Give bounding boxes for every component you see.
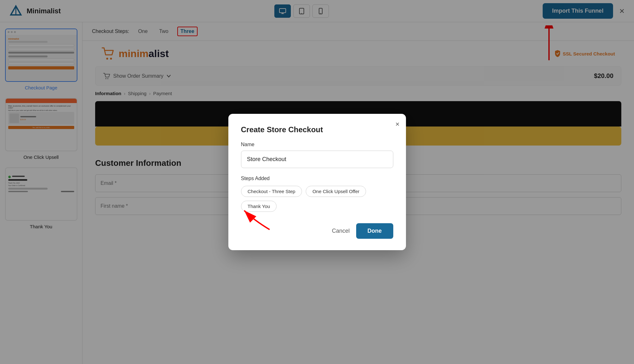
steps-added-label: Steps Added [241, 176, 393, 181]
modal-name-label: Name [241, 142, 393, 147]
modal-actions: Cancel Done [241, 223, 393, 239]
chip-thank-you: Thank You [241, 201, 277, 212]
modal-name-input[interactable] [241, 151, 393, 168]
modal: Create Store Checkout × Name Steps Added… [228, 114, 406, 250]
modal-overlay: Create Store Checkout × Name Steps Added… [0, 0, 634, 364]
cancel-button[interactable]: Cancel [332, 228, 350, 234]
modal-title: Create Store Checkout [241, 125, 393, 134]
modal-close-button[interactable]: × [395, 120, 400, 128]
done-button[interactable]: Done [356, 223, 393, 239]
chip-upsell-offer: One Click Upsell Offer [306, 186, 366, 197]
steps-chips: Checkout - Three Step One Click Upsell O… [241, 186, 393, 212]
chip-checkout-three-step: Checkout - Three Step [241, 186, 302, 197]
